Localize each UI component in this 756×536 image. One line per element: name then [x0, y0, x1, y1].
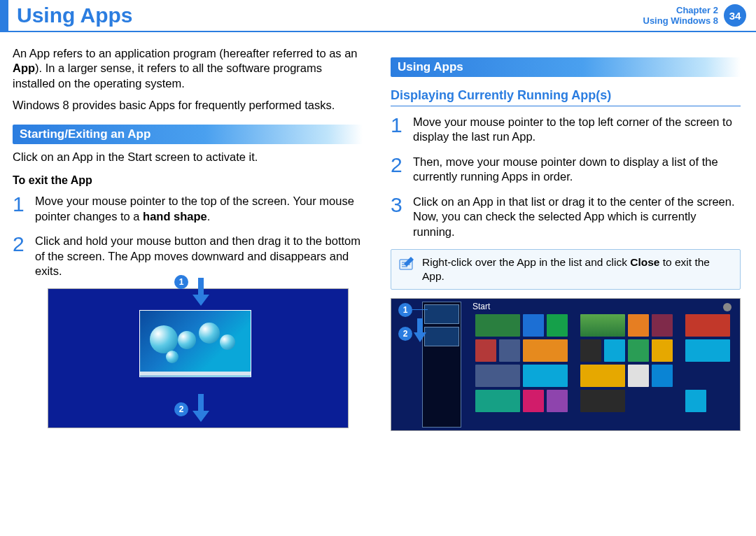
- tile: [580, 365, 625, 387]
- tile: [523, 390, 544, 412]
- chapter-label: Chapter 2: [643, 5, 719, 15]
- header-meta-text: Chapter 2 Using Windows 8: [643, 5, 719, 26]
- exit-subheading: To exit the App: [13, 174, 363, 187]
- tile: [628, 365, 649, 387]
- tile: [580, 339, 601, 362]
- tile: [685, 314, 730, 337]
- bold-close: Close: [630, 256, 659, 268]
- tile: [652, 339, 673, 362]
- section-heading-starting-exiting: Starting/Exiting an App: [13, 125, 363, 144]
- tile: [499, 339, 520, 362]
- tile: [475, 314, 520, 337]
- subsection-running-apps: Displaying Currently Running App(s): [391, 88, 741, 106]
- tile: [652, 314, 673, 337]
- tile: [547, 314, 568, 337]
- note-pencil-icon: [398, 255, 415, 271]
- step-text: Click and hold your mouse button and the…: [35, 234, 363, 278]
- click-instruction: Click on an App in the Start screen to a…: [13, 150, 363, 164]
- text: .: [207, 210, 211, 223]
- step-text: Move your mouse pointer to the top left …: [413, 115, 741, 145]
- bold-app: App: [13, 62, 35, 74]
- bold-hand-shape: hand shape: [143, 210, 207, 223]
- left-step-1: 1 Move your mouse pointer to the top of …: [13, 194, 363, 224]
- tile: [685, 339, 730, 362]
- text: ). In a larger sense, it refers to all t…: [13, 62, 322, 89]
- section-label: Using Windows 8: [643, 15, 719, 26]
- tile: [547, 390, 568, 412]
- section-heading-using-apps: Using Apps: [391, 57, 741, 77]
- tile: [628, 339, 649, 362]
- app-thumbnail: [424, 304, 459, 324]
- right-step-1: 1 Move your mouse pointer to the top lef…: [391, 115, 741, 145]
- tile: [604, 339, 625, 362]
- tip-note: Right-click over the App in the list and…: [391, 249, 741, 290]
- arrow-down-icon: [192, 278, 209, 306]
- callout-label-1: 1: [174, 275, 188, 289]
- content-columns: An App refers to an application program …: [0, 32, 756, 438]
- callout-label-2: 2: [398, 327, 412, 341]
- step-text: Click on an App in that list or drag it …: [413, 195, 741, 239]
- step-number: 1: [13, 194, 28, 224]
- step-number: 1: [391, 115, 406, 145]
- arrow-down-icon: [192, 394, 209, 422]
- step-text: Then, move your mouse pointer down to di…: [413, 155, 741, 185]
- tile: [475, 339, 496, 362]
- right-step-3: 3 Click on an App in that list or drag i…: [391, 195, 741, 239]
- step-number: 2: [391, 155, 406, 185]
- step-number: 3: [391, 195, 406, 239]
- tile: [652, 365, 673, 387]
- step-text: Move your mouse pointer to the top of th…: [35, 194, 363, 224]
- page-title: Using Apps: [17, 3, 133, 27]
- tile: [523, 339, 568, 362]
- tile: [580, 314, 625, 337]
- tip-text: Right-click over the App in the list and…: [422, 255, 733, 283]
- tile: [475, 390, 520, 412]
- step-number: 2: [13, 234, 28, 278]
- header-accent-bar: [0, 0, 8, 31]
- tile: [580, 390, 625, 412]
- text: Right-click over the App in the list and…: [422, 256, 630, 268]
- illustration-drag-app: 1 2: [48, 288, 349, 428]
- callout-label-1: 1: [398, 303, 412, 317]
- app-thumbnail: [424, 327, 459, 346]
- pointer-line: [412, 309, 428, 310]
- page-header: Using Apps Chapter 2 Using Windows 8 34: [0, 0, 756, 32]
- intro-paragraph-1: An App refers to an application program …: [13, 46, 363, 91]
- left-step-2: 2 Click and hold your mouse button and t…: [13, 234, 363, 278]
- callout-label-2: 2: [174, 402, 188, 416]
- right-step-2: 2 Then, move your mouse pointer down to …: [391, 155, 741, 185]
- tile: [523, 365, 568, 387]
- tile: [523, 314, 544, 337]
- arrow-down-icon: [414, 318, 426, 342]
- text: An App refers to an application program …: [13, 47, 358, 59]
- illustration-running-apps: Start 1 2: [391, 298, 741, 431]
- intro-paragraph-2: Windows 8 provides basic Apps for freque…: [13, 98, 363, 113]
- tile: [685, 390, 706, 412]
- right-column: Using Apps Displaying Currently Running …: [391, 46, 741, 431]
- illus-taskbar: [140, 372, 251, 376]
- page-number-badge: 34: [724, 4, 746, 27]
- left-column: An App refers to an application program …: [13, 46, 363, 431]
- start-tiles-grid: [468, 306, 736, 426]
- tile: [628, 314, 649, 337]
- tile: [475, 365, 520, 387]
- header-meta: Chapter 2 Using Windows 8 34: [643, 4, 747, 27]
